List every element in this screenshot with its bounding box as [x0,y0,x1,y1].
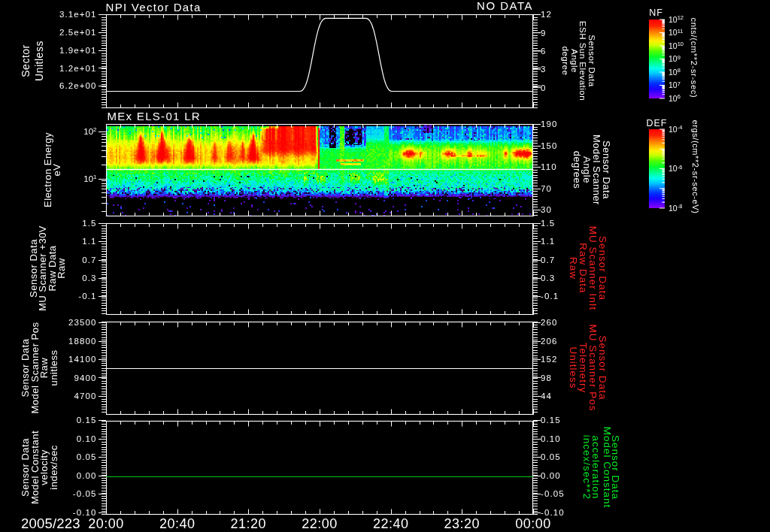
svg-text:18800: 18800 [68,337,96,346]
svg-text:108: 108 [668,67,681,77]
svg-text:1.5: 1.5 [82,219,96,228]
svg-text:1011: 1011 [668,28,683,38]
svg-text:eV: eV [51,164,62,177]
svg-text:-0.05: -0.05 [73,489,97,498]
svg-text:NO DATA: NO DATA [477,0,533,12]
svg-text:-0.1: -0.1 [78,292,96,301]
svg-text:10-6: 10-6 [668,164,682,174]
svg-text:degrees: degrees [571,151,583,189]
svg-text:1.1: 1.1 [82,237,96,246]
svg-text:Unitless: Unitless [33,41,45,81]
svg-text:0.00: 0.00 [77,471,97,480]
svg-text:0.10: 0.10 [77,434,97,443]
svg-text:NF: NF [649,8,663,18]
svg-text:0: 0 [541,83,547,92]
svg-text:0.3: 0.3 [541,274,555,283]
svg-text:110: 110 [541,162,557,171]
svg-text:22:00: 22:00 [302,516,338,531]
svg-text:0.00: 0.00 [541,471,561,480]
svg-text:1.1: 1.1 [541,237,555,246]
svg-text:Sensor Data: Sensor Data [587,35,596,87]
svg-text:20:00: 20:00 [88,516,124,531]
svg-text:Unitless: Unitless [568,346,579,388]
svg-text:2.5e+01: 2.5e+01 [59,28,97,37]
svg-text:10-8: 10-8 [668,203,682,213]
svg-text:1.9e+01: 1.9e+01 [59,46,97,55]
svg-text:0.05: 0.05 [77,452,97,461]
svg-text:9400: 9400 [74,373,97,382]
svg-text:3: 3 [541,65,547,74]
svg-text:ergs/(cm**2-sr-sec-eV): ergs/(cm**2-sr-sec-eV) [691,119,700,213]
svg-text:152: 152 [541,355,558,364]
svg-text:6: 6 [541,47,547,56]
svg-text:-0.1: -0.1 [541,292,559,301]
svg-text:22:40: 22:40 [373,516,409,531]
svg-text:0.7: 0.7 [541,255,555,264]
svg-text:1.2e+01: 1.2e+01 [59,64,97,73]
svg-text:30: 30 [541,205,552,214]
svg-text:0.15: 0.15 [541,416,561,425]
svg-text:degree: degree [561,47,570,76]
svg-text:incex/sec**2: incex/sec**2 [581,435,593,500]
svg-text:MEx ELS-01 LR: MEx ELS-01 LR [108,110,201,122]
svg-text:1012: 1012 [668,14,684,24]
svg-text:index/sec: index/sec [48,445,59,489]
svg-text:98: 98 [541,373,552,382]
svg-text:NPI Vector Data: NPI Vector Data [106,1,202,14]
svg-text:unitless: unitless [48,349,59,385]
svg-text:23500: 23500 [68,318,96,327]
svg-text:Model Constant: Model Constant [602,427,613,509]
svg-text:70: 70 [541,184,552,193]
svg-text:Sector: Sector [20,44,32,77]
svg-text:0.3: 0.3 [82,274,96,283]
svg-text:0.10: 0.10 [541,434,561,443]
svg-text:260: 260 [541,318,558,327]
svg-text:190: 190 [541,119,558,128]
svg-text:14100: 14100 [68,355,96,364]
svg-text:2005/223: 2005/223 [21,515,80,531]
svg-text:4700: 4700 [74,391,97,401]
svg-text:21:20: 21:20 [231,516,267,531]
svg-text:cnts/(cm**2-sr-sec): cnts/(cm**2-sr-sec) [690,18,699,98]
svg-text:9: 9 [541,29,547,38]
svg-text:-0.05: -0.05 [541,489,565,498]
svg-text:6.2e+00: 6.2e+00 [59,81,97,90]
svg-text:109: 109 [668,54,681,64]
svg-text:44: 44 [541,391,552,401]
svg-text:101: 101 [83,174,97,183]
svg-text:Raw: Raw [568,257,579,280]
svg-text:12: 12 [541,10,552,19]
svg-text:107: 107 [668,80,681,90]
svg-text:0.05: 0.05 [541,452,561,461]
svg-text:ESH Sun Elevation: ESH Sun Elevation [578,21,587,101]
svg-text:206: 206 [541,337,558,346]
svg-text:DEF: DEF [647,118,668,128]
svg-text:00:00: 00:00 [515,516,551,531]
svg-text:Angle: Angle [570,49,579,73]
svg-text:20:40: 20:40 [159,516,196,531]
svg-text:106: 106 [668,93,681,103]
svg-text:1010: 1010 [668,41,684,50]
svg-text:10-4: 10-4 [668,124,682,134]
svg-text:Raw: Raw [56,258,67,279]
svg-text:0.15: 0.15 [77,416,97,425]
svg-text:1.5: 1.5 [541,219,555,228]
svg-text:3.1e+01: 3.1e+01 [59,10,97,19]
svg-text:23:20: 23:20 [444,516,480,531]
svg-text:150: 150 [541,141,558,150]
svg-text:0.7: 0.7 [82,255,96,264]
svg-text:102: 102 [83,126,97,136]
